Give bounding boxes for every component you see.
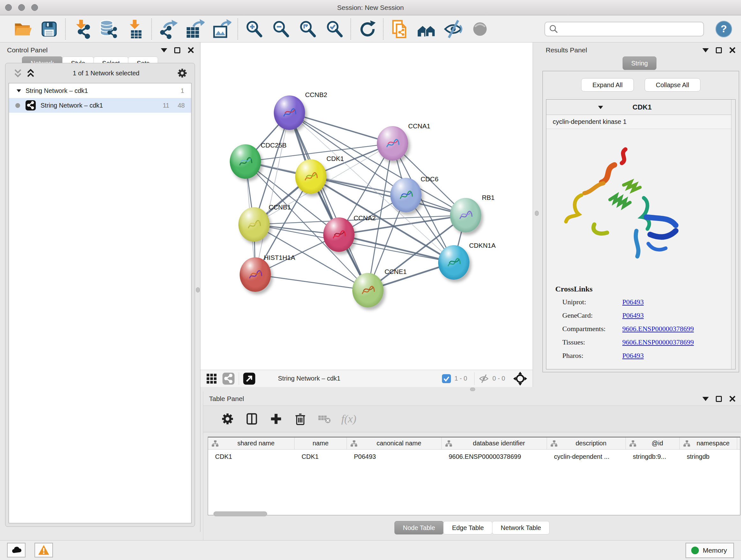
column-header-description[interactable]: description — [547, 437, 626, 449]
import-network-file-button[interactable] — [68, 18, 95, 40]
tab-network-table[interactable]: Network Table — [492, 521, 549, 535]
crosslink-link[interactable]: P06493 — [622, 352, 644, 360]
tab-node-table[interactable]: Node Table — [394, 521, 444, 535]
copy-network-button[interactable] — [386, 18, 413, 40]
help-button[interactable]: ? — [716, 21, 732, 37]
tree-expand-caret-icon[interactable] — [16, 88, 22, 94]
hide-selected-button[interactable] — [440, 18, 467, 40]
warnings-button[interactable] — [35, 543, 53, 557]
table-cell[interactable]: stringdb:9... — [626, 449, 680, 463]
collapse-all-icon[interactable] — [13, 68, 23, 78]
column-header-canonical-name[interactable]: canonical name — [347, 437, 442, 449]
refresh-view-button[interactable] — [354, 18, 381, 40]
show-all-button[interactable] — [467, 18, 493, 40]
open-session-button[interactable] — [9, 18, 36, 40]
table-cell[interactable]: stringdb — [680, 449, 737, 463]
float-panel-icon[interactable] — [702, 397, 709, 401]
maximize-panel-icon[interactable] — [716, 47, 722, 53]
network-edge-count: 48 — [178, 102, 185, 109]
node-CDKN1A[interactable] — [438, 245, 469, 280]
horizontal-splitter[interactable] — [200, 387, 533, 391]
memory-button[interactable]: Memory — [685, 543, 734, 558]
network-row[interactable]: String Network – cdk1 11 48 — [9, 98, 191, 113]
column-header-database-identifier[interactable]: database identifier — [442, 437, 547, 449]
export-network-button[interactable] — [154, 18, 181, 40]
hidden-eye-icon[interactable] — [478, 373, 489, 384]
float-panel-icon[interactable] — [161, 48, 167, 52]
grid-view-icon[interactable] — [205, 373, 218, 385]
save-session-button[interactable] — [36, 18, 63, 40]
expand-all-icon[interactable] — [26, 68, 36, 78]
maximize-panel-icon[interactable] — [174, 47, 180, 53]
column-header-shared-name[interactable]: shared name — [208, 437, 294, 449]
table-cell[interactable]: P06493 — [347, 449, 442, 463]
crosslink-link[interactable]: P06493 — [622, 311, 644, 320]
close-panel-icon[interactable] — [729, 47, 736, 54]
right-splitter-handle[interactable] — [535, 211, 539, 216]
table-cell[interactable]: cyclin-dependent ... — [547, 449, 626, 463]
node-CCNB1[interactable] — [239, 207, 270, 242]
node-HIST1H1A[interactable] — [240, 257, 271, 292]
search-input[interactable] — [558, 25, 692, 33]
collapse-caret-icon[interactable] — [597, 104, 604, 111]
import-network-database-button[interactable] — [95, 18, 122, 40]
edge-CCNB2-CCNE1[interactable] — [289, 113, 368, 290]
network-options-gear-icon[interactable] — [177, 68, 188, 78]
edge-HIST1H1A-CCNB2[interactable] — [255, 113, 289, 274]
collapse-all-button[interactable]: Collapse All — [645, 78, 700, 91]
crosslink-link[interactable]: 9606.ENSP00000378699 — [622, 338, 694, 347]
splitter-handle[interactable] — [470, 388, 475, 391]
zoom-selected-button[interactable] — [321, 18, 348, 40]
zoom-fit-button[interactable] — [294, 18, 321, 40]
import-table-button[interactable] — [122, 18, 149, 40]
network-view-mode-icon[interactable] — [222, 372, 235, 385]
minimize-window-button[interactable] — [18, 4, 25, 11]
table-cell[interactable]: CDK1 — [208, 449, 294, 463]
expand-all-button[interactable]: Expand All — [581, 78, 634, 91]
close-panel-icon[interactable] — [729, 395, 736, 402]
export-image-button[interactable] — [208, 18, 235, 40]
table-row[interactable]: CDK1CDK1P064939606.ENSP00000378699cyclin… — [208, 449, 740, 463]
node-CDC6[interactable] — [390, 178, 421, 212]
edge-CCNE1-HIST1H1A[interactable] — [255, 274, 368, 290]
tab-string[interactable]: String — [623, 57, 657, 70]
network-collection-row[interactable]: String Network – cdk1 1 — [9, 83, 191, 98]
network-canvas[interactable]: CCNB2CCNA1CDC25BCDK1CDC6RB1CCNB1CCNA2CDK… — [200, 43, 533, 370]
birdseye-view-icon[interactable] — [513, 371, 528, 386]
crosslink-link[interactable]: P06493 — [622, 298, 644, 306]
results-scrollbar[interactable] — [731, 100, 735, 369]
detach-view-icon[interactable] — [243, 372, 256, 385]
crosslink-link[interactable]: 9606.ENSP00000378699 — [622, 325, 694, 333]
table-options-button[interactable] — [215, 409, 240, 428]
export-table-button[interactable] — [181, 18, 208, 40]
maximize-panel-icon[interactable] — [716, 396, 722, 402]
column-header--id[interactable]: @id — [626, 437, 680, 449]
first-neighbors-button[interactable] — [413, 18, 440, 40]
zoom-out-button[interactable] — [267, 18, 294, 40]
node-CCNE1[interactable] — [352, 273, 384, 307]
add-column-button[interactable] — [264, 409, 288, 428]
node-CDC25B[interactable] — [230, 144, 261, 179]
table-cell[interactable]: CDK1 — [294, 449, 347, 463]
node-CCNA2[interactable] — [323, 217, 354, 252]
tab-edge-table[interactable]: Edge Table — [443, 521, 492, 535]
close-panel-icon[interactable] — [187, 47, 194, 54]
table-cell[interactable]: 9606.ENSP00000378699 — [442, 449, 547, 463]
node-CCNB2[interactable] — [274, 96, 305, 130]
node-RB1[interactable] — [450, 198, 481, 233]
node-CCNA1[interactable] — [377, 126, 408, 161]
delete-column-button[interactable] — [288, 409, 313, 428]
maximize-window-button[interactable] — [31, 4, 38, 11]
gene-header-row[interactable]: CDK1 — [546, 100, 735, 115]
column-header-name[interactable]: name — [294, 437, 347, 449]
left-splitter-handle[interactable] — [196, 287, 200, 293]
cloud-status-button[interactable] — [7, 543, 25, 557]
float-panel-icon[interactable] — [702, 48, 709, 52]
selected-checkbox-icon[interactable] — [442, 374, 451, 383]
zoom-in-button[interactable] — [241, 18, 267, 40]
column-header-namespace[interactable]: namespace — [680, 437, 737, 449]
show-columns-button[interactable] — [240, 409, 264, 428]
table-horizontal-scrollbar[interactable] — [213, 511, 267, 516]
close-window-button[interactable] — [5, 4, 12, 11]
node-CDK1[interactable] — [295, 159, 327, 194]
